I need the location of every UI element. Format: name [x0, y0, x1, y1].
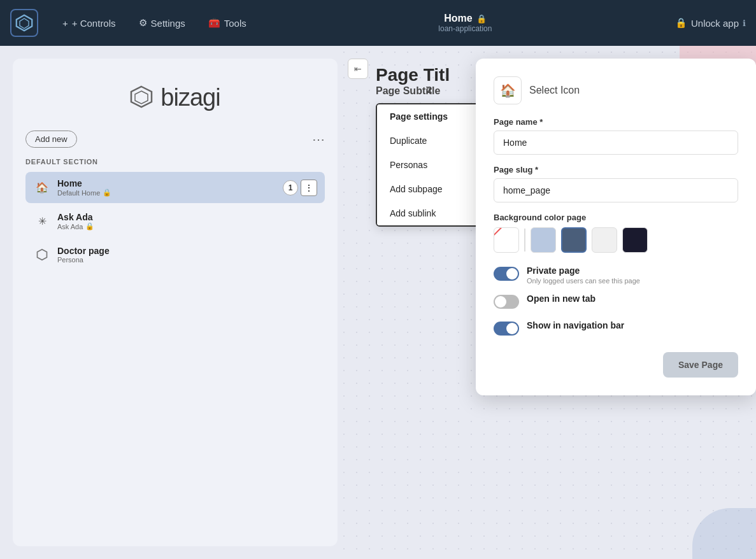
open-new-tab-toggle-row: Open in new tab — [494, 294, 738, 311]
item-options-button[interactable]: ⋮ — [301, 180, 317, 196]
settings-button[interactable]: ⚙ Settings — [130, 12, 194, 34]
color-swatch-none[interactable] — [494, 227, 519, 253]
page-slug-input[interactable] — [494, 178, 738, 202]
step-badge-1: 1 — [283, 180, 298, 195]
page-slug-label: Page slug * — [494, 165, 738, 174]
sidebar-panel: bizagi Add new ⋯ DEFAULT SECTION 🏠 Home … — [13, 59, 338, 546]
nav-item-doctor-text: Doctor page Persona — [57, 246, 317, 264]
context-menu-add-sublink[interactable]: Add sublink — [377, 201, 489, 225]
gear-icon: ⚙ — [139, 17, 147, 29]
private-page-label: Private page — [527, 265, 640, 276]
page-title-area: Page Titl Page Subtitle — [376, 65, 450, 97]
nav-item-ask-ada[interactable]: ✳ Ask Ada Ask Ada 🔒 — [25, 206, 325, 237]
select-icon-label: Select Icon — [529, 85, 580, 96]
section-label: DEFAULT SECTION — [25, 158, 325, 166]
context-menu-page-settings[interactable]: Page settings — [377, 104, 489, 129]
home-icon: 🏠 — [33, 179, 51, 197]
private-page-sub: Only logged users can see this page — [527, 277, 640, 285]
tools-button[interactable]: 🧰 Tools — [199, 12, 255, 34]
icon-box[interactable]: 🏠 — [494, 76, 522, 104]
main-area: bizagi Add new ⋯ DEFAULT SECTION 🏠 Home … — [0, 46, 756, 559]
open-new-tab-text: Open in new tab — [527, 294, 596, 304]
color-swatch-dark[interactable] — [622, 227, 648, 253]
show-nav-bar-text: Show in navigation bar — [527, 320, 624, 330]
color-swatches — [494, 227, 738, 253]
private-page-text: Private page Only logged users can see t… — [527, 265, 640, 285]
bg-color-section: Background color page — [494, 213, 738, 253]
color-swatch-dark-blue[interactable] — [561, 227, 587, 253]
context-menu-duplicate[interactable]: Duplicate — [377, 129, 489, 153]
tools-icon: 🧰 — [208, 17, 220, 29]
context-menu-add-subpage[interactable]: Add subpage — [377, 177, 489, 201]
controls-button[interactable]: + + Controls — [53, 13, 125, 34]
nav-item-home[interactable]: 🏠 Home Default Home 🔒 1 ⋮ — [25, 172, 325, 203]
color-swatch-light-gray[interactable] — [592, 227, 617, 253]
hexagon-icon — [33, 246, 51, 264]
asterisk-icon: ✳ — [33, 213, 51, 230]
sidebar-logo-text: bizagi — [160, 84, 220, 111]
bizagi-logo-icon — [130, 85, 153, 111]
page-name-input[interactable] — [494, 131, 738, 155]
save-page-button[interactable]: Save Page — [663, 352, 738, 378]
logo-icon[interactable] — [10, 9, 38, 37]
content-area: ⇤ Page Titl Page Subtitle 2 Page setting… — [338, 46, 756, 559]
nav-item-doctor[interactable]: Doctor page Persona — [25, 239, 325, 270]
svg-marker-3 — [135, 91, 148, 104]
divider — [524, 229, 525, 251]
lock-icon: 🔒 — [476, 14, 487, 24]
unlock-label[interactable]: Unlock app — [691, 18, 739, 29]
bg-color-label: Background color page — [494, 213, 738, 222]
icon-selector: 🏠 Select Icon — [494, 76, 738, 104]
nav-center: Home 🔒 loan-application — [260, 13, 670, 33]
unlock-area: 🔒 Unlock app ℹ — [675, 17, 746, 29]
collapse-sidebar-button[interactable]: ⇤ — [348, 59, 368, 79]
nav-item-home-text: Home Default Home 🔒 — [57, 178, 283, 197]
svg-marker-4 — [38, 250, 47, 260]
page-main-title: Page Titl — [376, 65, 450, 85]
add-new-button[interactable]: Add new — [25, 131, 77, 148]
nav-home-subtitle: loan-application — [438, 24, 492, 33]
save-area: Save Page — [494, 347, 738, 378]
context-menu-personas[interactable]: Personas — [377, 153, 489, 177]
sidebar-controls: Add new ⋯ — [25, 131, 325, 148]
step-label-2: 2 — [427, 84, 432, 95]
lock-icon-nav: 🔒 — [675, 17, 687, 29]
more-options-button[interactable]: ⋯ — [312, 132, 325, 147]
open-new-tab-toggle[interactable] — [494, 295, 519, 309]
sidebar-logo: bizagi — [25, 71, 325, 131]
top-navigation: + + Controls ⚙ Settings 🧰 Tools Home 🔒 l… — [0, 0, 756, 46]
nav-item-ask-ada-text: Ask Ada Ask Ada 🔒 — [57, 212, 317, 230]
show-nav-bar-toggle-row: Show in navigation bar — [494, 320, 738, 338]
private-page-toggle-row: Private page Only logged users can see t… — [494, 265, 738, 285]
plus-icon: + — [62, 18, 68, 29]
show-nav-bar-toggle-wrapper — [494, 320, 519, 338]
page-name-label: Page name * — [494, 117, 738, 127]
nav-home-title: Home 🔒 — [444, 13, 486, 24]
open-new-tab-toggle-wrapper — [494, 294, 519, 311]
svg-marker-1 — [20, 18, 29, 29]
open-new-tab-label: Open in new tab — [527, 294, 596, 304]
private-page-toggle-wrapper — [494, 265, 519, 283]
settings-panel: 🏠 Select Icon Page name * Page slug * Ba… — [476, 59, 756, 395]
context-menu: Page settings Duplicate Personas Add sub… — [376, 103, 490, 227]
show-nav-bar-label: Show in navigation bar — [527, 320, 624, 330]
show-nav-bar-toggle[interactable] — [494, 322, 519, 336]
info-icon: ℹ — [743, 18, 746, 28]
private-page-toggle[interactable] — [494, 267, 519, 281]
color-swatch-light-blue[interactable] — [531, 227, 556, 253]
page-subtitle: Page Subtitle — [376, 85, 450, 97]
lock-icon-ada: 🔒 — [85, 222, 94, 230]
lock-icon-home: 🔒 — [103, 188, 111, 197]
